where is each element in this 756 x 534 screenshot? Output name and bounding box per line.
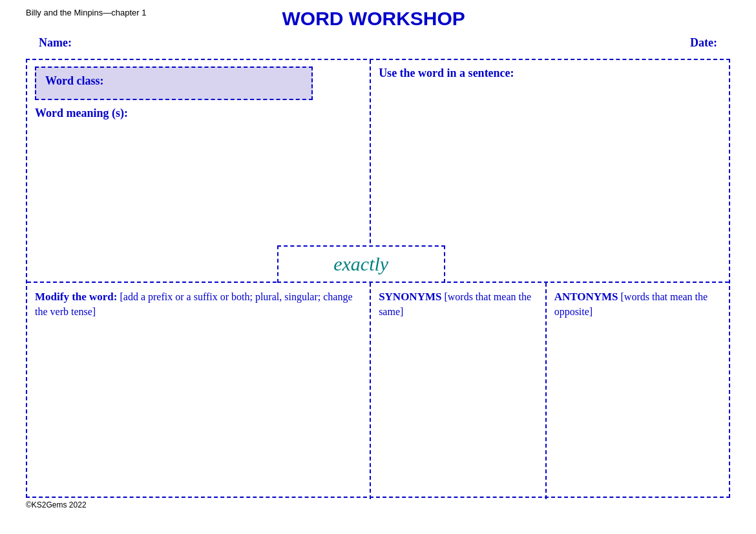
modify-bold: Modify the word: xyxy=(35,291,117,303)
antonyms-label: ANTONYMS [words that mean the opposite] xyxy=(554,289,721,319)
top-half: Word class: Word meaning (s): Use the wo… xyxy=(27,60,729,283)
center-word: exactly xyxy=(333,253,388,274)
date-label: Date: xyxy=(690,36,717,50)
name-label: Name: xyxy=(39,36,72,50)
top-bar: Billy and the Minpins—chapter 1 WORD WOR… xyxy=(26,8,730,30)
doc-subtitle: Billy and the Minpins—chapter 1 xyxy=(26,8,146,17)
main-grid: Word class: Word meaning (s): Use the wo… xyxy=(26,59,730,498)
bottom-half: Modify the word: [add a prefix or a suff… xyxy=(27,283,729,499)
word-class-label: Word class: xyxy=(45,74,104,87)
antonyms-bold: ANTONYMS xyxy=(554,291,618,303)
name-date-row: Name: Date: xyxy=(26,31,730,55)
page-container: Billy and the Minpins—chapter 1 WORD WOR… xyxy=(0,0,756,534)
synonyms-bold: SYNONYMS xyxy=(379,291,441,303)
word-meaning-label: Word meaning (s): xyxy=(35,107,128,119)
word-meaning-section: Word meaning (s): xyxy=(35,107,362,120)
word-class-box: Word class: xyxy=(35,67,313,100)
footer: ©KS2Gems 2022 xyxy=(26,500,730,509)
center-word-box: exactly xyxy=(277,245,445,283)
footer-text: ©KS2Gems 2022 xyxy=(26,500,87,509)
page-title: WORD WORKSHOP xyxy=(146,8,601,30)
bottom-right-panel: ANTONYMS [words that mean the opposite] xyxy=(547,283,729,499)
modify-label: Modify the word: [add a prefix or a suff… xyxy=(35,289,362,319)
use-sentence-label: Use the word in a sentence: xyxy=(379,67,514,79)
bottom-left-panel: Modify the word: [add a prefix or a suff… xyxy=(27,283,371,499)
synonyms-label: SYNONYMS [words that mean the same] xyxy=(379,289,538,319)
bottom-middle-panel: SYNONYMS [words that mean the same] xyxy=(371,283,547,499)
